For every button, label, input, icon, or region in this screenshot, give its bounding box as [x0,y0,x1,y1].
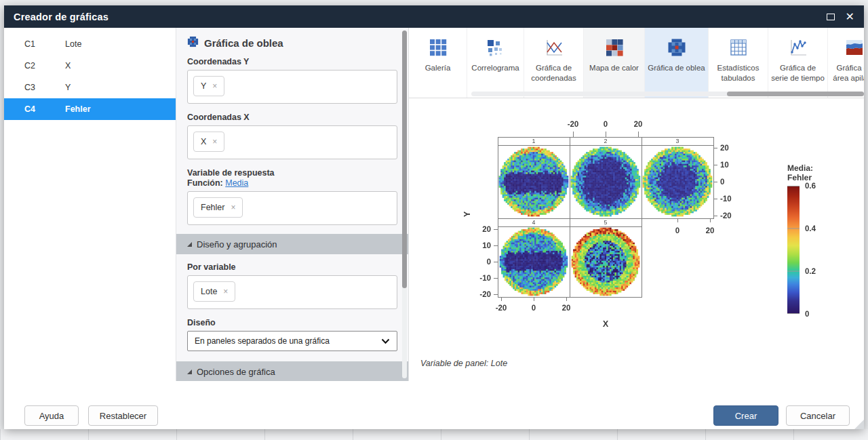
column-id: C3 [24,83,65,92]
correlogram-icon [486,38,505,57]
parallel-coordinates-icon [545,38,564,57]
cancel-button[interactable]: Cancelar [786,405,850,426]
create-button[interactable]: Crear [713,405,778,426]
chart-preview-area: Variable de panel: Lote [409,98,864,381]
chart-gallery: Galería Correlograma [409,28,864,98]
by-variable-dropzone[interactable]: Lote × [187,275,397,309]
maximize-icon[interactable] [827,14,835,20]
by-variable-label: Por variable [187,262,397,272]
column-row-c4-selected[interactable]: C4 Fehler [4,98,176,120]
builder-scrollbar-thumb[interactable] [402,31,407,288]
collapse-triangle-icon [187,242,192,247]
response-label: Variable de respuesta [187,168,397,178]
column-name: X [65,61,71,71]
graph-builder-dialog: Creador de gráficas ✕ C1 Lote C2 X C3 Y … [4,5,864,429]
dialog-title: Creador de gráficas [14,12,108,22]
coord-y-dropzone[interactable]: Y × [187,70,397,104]
gallery-item-grafica-de-serie-de-tiempo[interactable]: Gráfica de serie de tiempo [768,28,828,98]
stacked-area-icon [845,38,864,57]
help-button[interactable]: Ayuda [24,405,79,426]
heatmap-icon [605,38,624,57]
layout-label: Diseño [187,318,397,327]
gallery-item-grafica-de-oblea[interactable]: Gráfica de oblea [645,28,709,98]
chip-remove-icon[interactable]: × [212,82,217,90]
chip-x[interactable]: X × [193,132,224,152]
dialog-titlebar[interactable]: Creador de gráficas ✕ [4,5,864,28]
coord-x-dropzone[interactable]: X × [187,125,397,159]
gallery-scrollbar-track[interactable] [471,92,864,96]
gallery-grid-icon [429,38,448,57]
table-icon [729,38,748,57]
wafer-plot-icon [187,36,199,50]
builder-scrollbar-track[interactable] [402,31,407,378]
column-id: C4 [24,104,65,114]
wafer-plot-icon [667,38,686,57]
gallery-item-correlograma[interactable]: Correlograma [467,28,524,98]
gallery-item-mapa-de-calor[interactable]: Mapa de calor [584,28,645,98]
builder-panel: Gráfica de oblea Coordenadas Y Y × Coord… [176,28,409,381]
chip-y[interactable]: Y × [193,76,224,96]
column-id: C1 [24,39,65,49]
column-name: Y [65,83,71,92]
column-row-c1[interactable]: C1 Lote [4,33,176,55]
gallery-item-grafica-de-area-apilada[interactable]: Gráfica de área apilada [828,28,864,98]
column-list: C1 Lote C2 X C3 Y C4 Fehler [4,28,176,381]
column-row-c3[interactable]: C3 Y [4,77,176,98]
collapse-triangle-icon [187,369,192,374]
column-id: C2 [24,61,65,71]
gallery-item-estadisticos-tabulados[interactable]: Estadísticos tabulados [709,28,768,98]
layout-select[interactable]: En paneles separados de una gráfica [187,331,397,351]
resize-grip[interactable] [854,420,864,429]
chip-remove-icon[interactable]: × [212,138,217,146]
panel-variable-footnote: Variable de panel: Lote [420,359,507,368]
chip-fehler[interactable]: Fehler × [193,197,243,218]
reset-button[interactable]: Restablecer [88,405,158,426]
function-label: Función: [187,178,223,188]
chip-lote[interactable]: Lote × [193,281,235,302]
preview-panel: Galería Correlograma [409,28,864,381]
gallery-item-galeria[interactable]: Galería [409,28,467,98]
chip-remove-icon[interactable]: × [231,203,235,212]
gallery-item-grafica-de-coordenadas[interactable]: Gráfica de coordenadas [524,28,584,98]
section-graph-options[interactable]: Opciones de gráfica [176,361,408,381]
column-name: Lote [65,39,81,49]
gallery-scrollbar-thumb[interactable] [727,92,864,96]
coord-y-label: Coordenadas Y [187,57,397,66]
coord-x-label: Coordenadas X [187,113,397,122]
time-series-icon [789,38,808,57]
desktop-background [0,429,868,440]
wafer-chart-canvas [409,99,863,357]
chevron-down-icon [381,338,390,344]
function-link[interactable]: Media [225,178,248,188]
chip-remove-icon[interactable]: × [223,287,228,296]
response-dropzone[interactable]: Fehler × [187,191,397,225]
close-icon[interactable]: ✕ [846,12,854,22]
column-name: Fehler [65,104,91,114]
column-row-c2[interactable]: C2 X [4,55,176,77]
section-design-grouping[interactable]: Diseño y agrupación [176,234,408,254]
builder-title: Gráfica de oblea [204,37,283,49]
dialog-footer: Ayuda Restablecer Crear Cancelar [4,381,864,429]
